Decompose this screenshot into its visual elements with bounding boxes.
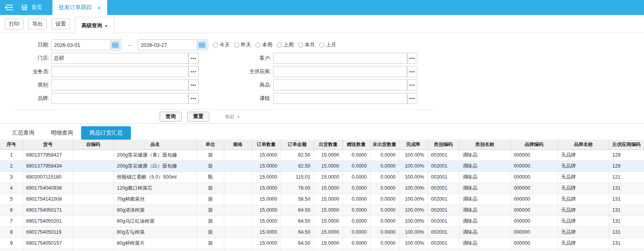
course-group-lookup-button[interactable]: ••• [407,93,417,104]
column-header[interactable]: 类别编码 [428,140,459,149]
column-header[interactable]: 订单金额 [281,140,314,149]
radio-circle-icon[interactable] [234,42,239,48]
export-button[interactable]: 导出 [28,18,47,30]
column-header[interactable]: 规格 [224,140,252,149]
store-lookup-button[interactable]: ••• [188,53,199,64]
store-input[interactable] [52,54,188,63]
close-icon[interactable]: × [97,4,101,11]
date-filter-row: 日期: -- [0,39,644,50]
table-cell: 袋 [197,149,224,161]
print-button[interactable]: 打印 [5,18,24,30]
table-cell: 6902007115180 [23,172,73,183]
table-cell [224,205,252,216]
tab-summary-query[interactable]: 汇总查询 [4,126,43,140]
table-cell: 002001 [428,227,459,238]
main-supplier-lookup-button[interactable]: ••• [407,66,417,77]
table-cell: 58.50 [281,194,314,205]
menu-fold-icon[interactable] [0,0,18,15]
radio-circle-icon[interactable] [319,42,324,48]
table-cell: 80g乌江红油榨菜 [114,216,197,227]
table-cell: 调味品 [459,194,510,205]
product-input[interactable] [274,80,407,90]
chevron-up-icon: ∧ [237,114,240,119]
category-input[interactable] [52,80,188,90]
radio-circle-icon[interactable] [277,42,282,48]
column-header[interactable]: 出货数量 [314,140,342,149]
table-cell: 15.0000 [252,194,281,205]
table-row[interactable]: 46901754040936120g脆口榨菜芯袋15.000078.0015.0… [0,183,644,194]
customer-input[interactable] [274,54,407,63]
column-header[interactable]: 赠送数量 [342,140,370,149]
column-header[interactable]: 序号 [0,140,23,149]
column-header[interactable]: 完成率 [399,140,428,149]
radio-circle-icon[interactable] [298,42,303,48]
table-row[interactable]: 6690175405017180g清淡榨菜袋15.000064.5015.000… [0,205,644,216]
brand-lookup-button[interactable]: ••• [188,93,199,104]
calendar-icon[interactable] [197,41,207,49]
table-row[interactable]: 36902007115180恒顺镇江香醋（5.0）500ml瓶15.000011… [0,172,644,183]
table-cell: 0.0000 [370,172,399,183]
reset-button[interactable]: 重置 [187,112,209,122]
store-field [51,53,188,64]
collapse-panel-link[interactable]: 收起 ∧ [225,113,240,120]
table-cell: 100.00% [399,183,428,194]
active-window-tab[interactable]: 批发订单跟踪 × [52,0,107,15]
radio-circle-icon[interactable] [213,42,218,48]
table-row[interactable]: 7690175405020180g乌江红油榨菜袋15.000064.5015.0… [0,216,644,227]
salesperson-lookup-button[interactable]: ••• [188,66,199,77]
course-group-input[interactable] [274,94,407,103]
category-lookup-button[interactable]: ••• [188,79,199,90]
column-header[interactable]: 未出货数量 [370,140,399,149]
radio-circle-icon[interactable] [255,42,261,48]
radio-this-month[interactable]: 本月 [298,41,315,48]
table-row[interactable]: 26901377958434200g莲花健康（白）面包糠袋15.000082.5… [0,161,644,172]
customer-lookup-button[interactable]: ••• [407,53,417,64]
table-row[interactable]: 16901377958427200g莲花健康（黄）面包糠袋15.000082.5… [0,149,644,161]
table-cell: 002001 [428,183,459,194]
column-header[interactable]: 主供应商编码 [609,140,644,149]
column-header[interactable]: 自编码 [73,140,114,149]
column-header[interactable]: 品名 [114,140,197,149]
date-from-input[interactable] [52,40,110,50]
column-header[interactable]: 单位 [197,140,224,149]
column-header[interactable]: 订单数量 [252,140,281,149]
tab-detail-query[interactable]: 明细查询 [43,126,81,140]
radio-last-month[interactable]: 上月 [319,41,336,48]
column-header[interactable]: 品牌编码 [510,140,558,149]
table-cell: 0.0000 [342,194,370,205]
table-row[interactable]: 9690175405015780g鲜榨菜片袋15.000064.5015.000… [0,238,644,249]
table-cell: 131 [609,238,644,249]
table-cell: 15.0000 [252,205,281,216]
calendar-icon[interactable] [110,41,120,49]
radio-yesterday[interactable]: 昨天 [234,41,251,48]
column-header[interactable]: 类别名称 [459,140,510,149]
brand-input[interactable] [52,94,188,103]
table-row[interactable]: 8690175405011980g古坛榨菜袋15.000064.5015.000… [0,227,644,238]
filter-row: 品牌:•••课组:••• [0,93,644,104]
active-tab-title: 批发订单跟踪 [59,4,92,11]
salesperson-input[interactable] [52,67,188,76]
advanced-query-toggle[interactable]: 高级查询 ▲ [75,17,115,33]
column-header[interactable]: 货号 [23,140,73,149]
table-cell [0,249,23,251]
table-row[interactable]: 5690175414100870g鲜脆菜丝袋15.000058.5015.000… [0,194,644,205]
radio-today[interactable]: 今天 [213,41,230,48]
table-cell: 9 [0,238,23,249]
tab-product-order-summary[interactable]: 商品订货汇总 [81,126,131,140]
settings-button[interactable]: 设置 [51,18,70,30]
product-lookup-button[interactable]: ••• [407,79,417,90]
brand-label: 品牌: [0,95,51,102]
column-header[interactable]: 品牌名称 [558,140,609,149]
date-to-input[interactable] [138,40,197,50]
table-cell: 无品牌 [558,227,609,238]
query-button[interactable]: 查询 [160,112,182,122]
table-cell: 15.0000 [252,172,281,183]
table-cell: 调味品 [459,238,510,249]
table-row[interactable] [0,249,644,251]
table-cell: 0.0000 [370,149,399,161]
table-cell: 000000 [510,183,558,194]
main-supplier-input[interactable] [274,67,407,76]
home-tab[interactable]: 首页 [18,0,48,15]
radio-last-week[interactable]: 上周 [277,41,294,48]
radio-this-week[interactable]: 本周 [255,41,272,48]
